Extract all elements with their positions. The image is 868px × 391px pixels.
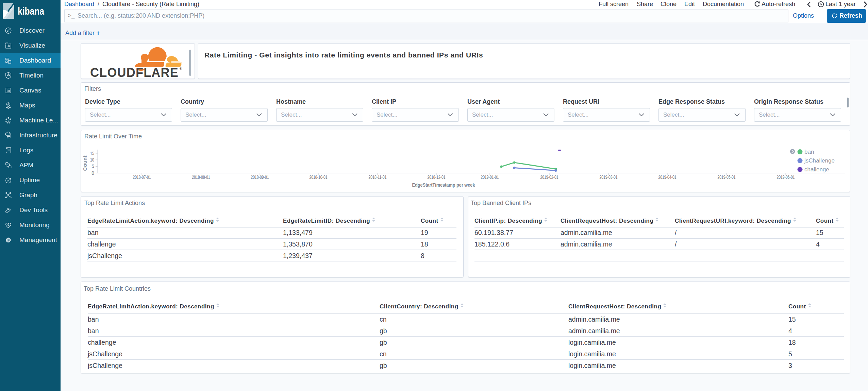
svg-text:2018-10-01: 2018-10-01 — [310, 174, 328, 180]
svg-text:Count: Count — [82, 155, 88, 171]
svg-text:2019-01-01: 2019-01-01 — [481, 174, 499, 180]
svg-text:EdgeStartTimestamp per week: EdgeStartTimestamp per week — [412, 182, 475, 188]
svg-text:2019-05-01: 2019-05-01 — [718, 174, 736, 180]
svg-text:2019-06-01: 2019-06-01 — [777, 174, 795, 180]
svg-text:challenge: challenge — [804, 166, 829, 173]
svg-text:15: 15 — [90, 151, 94, 156]
svg-text:2019-04-01: 2019-04-01 — [658, 174, 677, 180]
svg-text:2019-03-01: 2019-03-01 — [600, 174, 618, 180]
svg-text:2018-08-01: 2018-08-01 — [192, 174, 210, 180]
svg-text:2019-02-01: 2019-02-01 — [540, 174, 558, 180]
svg-text:2018-07-01: 2018-07-01 — [133, 174, 151, 180]
svg-text:CLOUDFLARE: CLOUDFLARE — [90, 66, 179, 79]
svg-text:ban: ban — [804, 149, 814, 155]
svg-text:5: 5 — [91, 164, 94, 169]
svg-text:jsChallenge: jsChallenge — [804, 157, 835, 164]
svg-text:®: ® — [180, 67, 182, 70]
svg-text:0: 0 — [91, 170, 94, 176]
svg-text:2018-09-01: 2018-09-01 — [251, 174, 269, 180]
svg-text:2018-11-01: 2018-11-01 — [369, 174, 387, 180]
svg-text:2018-12-01: 2018-12-01 — [428, 174, 446, 180]
svg-text:10: 10 — [90, 157, 94, 163]
